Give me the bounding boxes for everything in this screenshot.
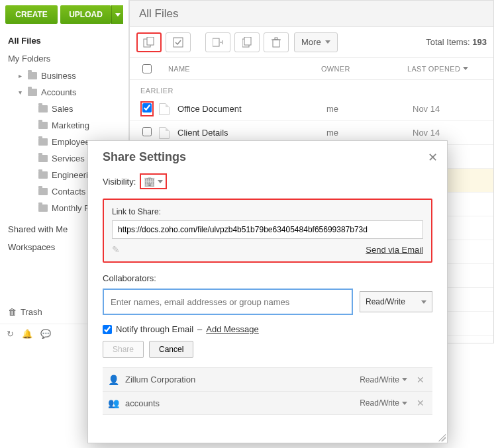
group-icon: 👥 [108,398,119,408]
more-label: More [301,37,321,47]
chevron-down-icon [402,402,407,405]
folder-icon [38,105,48,112]
row-checkbox[interactable] [142,127,152,136]
file-date: Nov 14 [413,128,485,138]
sync-icon[interactable]: ↻ [7,329,14,339]
checklist-icon [173,37,183,48]
nav-my-folders[interactable]: My Folders [0,50,128,67]
collaborator-permission[interactable]: Read/Write [360,375,407,384]
permission-label: Read/Write [366,297,405,306]
trash-icon [272,37,281,48]
row-checkbox[interactable] [142,103,152,112]
copy-tool[interactable] [234,32,260,52]
nav-all-files[interactable]: All Files [0,32,128,50]
svg-rect-5 [244,37,251,45]
move-icon [213,38,223,47]
section-earlier: EARLIER [130,80,493,97]
svg-rect-1 [147,37,154,45]
folder-label: Sales [52,104,74,114]
folder-icon [38,188,48,195]
collaborator-permission[interactable]: Read/Write [360,398,407,408]
svg-rect-8 [275,38,277,40]
bell-icon[interactable]: 🔔 [22,329,32,339]
add-message-link[interactable]: Add Message [206,324,259,334]
share-button: Share [103,341,144,358]
tasks-tool[interactable] [166,32,191,52]
folder-icon [38,171,48,179]
delete-tool[interactable] [264,32,289,52]
file-date: Nov 14 [413,104,485,114]
document-icon [159,127,170,139]
chat-icon[interactable]: 💬 [40,329,51,339]
send-via-email-link[interactable]: Send via Email [366,245,423,255]
folder-icon [28,89,37,96]
folder-business[interactable]: ▸ Business [13,67,128,84]
svg-rect-2 [174,38,183,47]
page-title: All Files [130,1,493,27]
close-button[interactable]: ✕ [428,150,438,165]
chevron-down-icon [325,40,330,44]
folder-label: Accounts [41,87,76,97]
document-icon [159,103,170,115]
folder-sales[interactable]: Sales [24,101,128,117]
collaborators-label: Collaborators: [103,273,432,283]
share-link-input[interactable] [112,220,423,239]
collaborator-row: 👤Zillum CorporationRead/Write ✕ [103,367,432,391]
remove-collaborator-button[interactable]: ✕ [414,375,427,385]
svg-rect-3 [213,38,219,46]
visibility-selector[interactable]: 🏢 [140,173,167,189]
file-owner: me [326,128,413,138]
total-items: Total Items: 193 [426,37,487,47]
file-row[interactable]: Office DocumentmeNov 14 [130,97,493,121]
nav-trash[interactable]: 🗑 Trash [0,303,50,321]
collaborators-input[interactable] [103,289,353,315]
file-name: Office Document [177,104,326,114]
notify-label: Notify through Email [116,324,193,334]
folder-label: Contacts [52,187,85,197]
file-owner: me [326,104,413,114]
select-all-checkbox[interactable] [142,64,152,73]
folder-marketing[interactable]: Marketing [24,117,128,134]
sort-desc-icon [463,67,468,70]
copy-icon [242,37,252,48]
organization-icon: 🏢 [144,176,155,187]
folder-label: Business [41,71,76,81]
remove-collaborator-button[interactable]: ✕ [414,398,427,408]
svg-rect-6 [273,40,279,47]
folder-label: Marketing [52,120,89,130]
col-name[interactable]: NAME [156,65,321,73]
notify-checkbox[interactable] [103,325,112,334]
chevron-down-icon [158,180,163,183]
folder-accounts[interactable]: ▾ Accounts [13,84,128,101]
move-tool[interactable] [205,32,230,52]
expand-icon[interactable]: ▸ [19,72,24,79]
share-tool[interactable] [136,32,162,52]
chevron-down-icon [115,13,121,17]
dialog-title: Share Settings [103,150,432,164]
trash-icon: 🗑 [8,307,17,317]
edit-link-icon[interactable]: ✎ [112,244,120,255]
user-icon: 👤 [108,375,119,385]
permission-select[interactable]: Read/Write [360,291,432,312]
col-owner[interactable]: OWNER [321,65,407,73]
upload-dropdown-toggle[interactable] [111,5,123,24]
share-settings-dialog: ✕ Share Settings Visibility: 🏢 Link to S… [87,140,448,443]
upload-button[interactable]: UPLOAD [60,5,111,24]
folder-icon [38,155,48,162]
more-button[interactable]: More [294,32,338,52]
share-link-box: Link to Share: ✎ Send via Email [103,199,432,263]
create-button[interactable]: CREATE [5,5,58,24]
resize-handle[interactable] [438,433,446,441]
file-name: Client Details [177,128,326,138]
visibility-label: Visibility: [103,177,136,187]
share-icon [143,37,155,48]
folder-label: Services [52,154,85,163]
link-label: Link to Share: [112,207,161,216]
collapse-icon[interactable]: ▾ [19,89,24,96]
cancel-button[interactable]: Cancel [149,341,193,358]
chevron-down-icon [402,378,407,381]
chevron-down-icon [421,300,426,304]
toolbar: More Total Items: 193 [130,27,493,58]
folder-icon [38,138,48,146]
col-last-opened[interactable]: LAST OPENED [407,65,485,73]
